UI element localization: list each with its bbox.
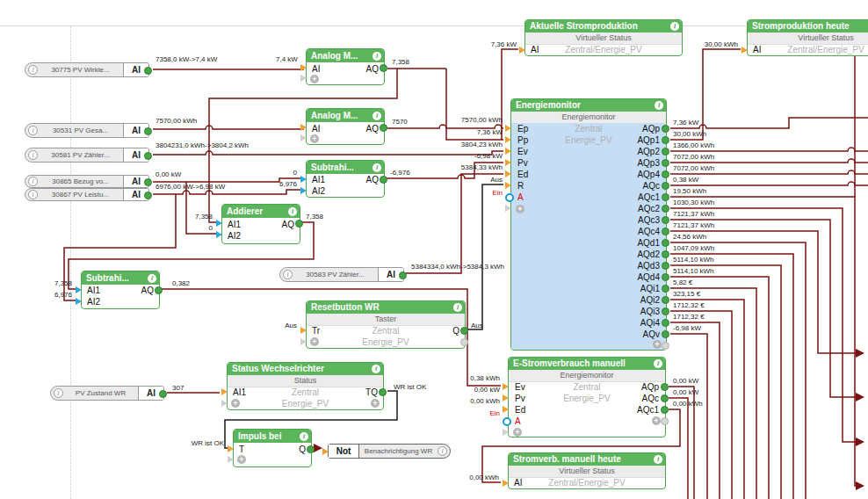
output-port[interactable] xyxy=(661,394,669,402)
output-port[interactable] xyxy=(662,239,669,247)
output-port[interactable] xyxy=(380,64,387,72)
block-status-wechselrichter[interactable]: Status Wechselrichter i Status AI1 Zentr… xyxy=(227,362,384,410)
expand-plus-icon[interactable]: + xyxy=(371,399,380,408)
unused-output-port[interactable] xyxy=(662,342,669,350)
output-port[interactable] xyxy=(144,127,152,135)
input-block-pv-leistung[interactable]: i 30867 PV Leistu... AI xyxy=(25,188,149,201)
input-port-arrow[interactable] xyxy=(503,406,509,413)
output-port[interactable] xyxy=(662,205,669,213)
block-impuls-bei[interactable]: Impuls bei i T Q + xyxy=(233,429,312,467)
output-port[interactable] xyxy=(662,285,669,293)
input-block-bezug[interactable]: i 30865 Bezug vo... AI xyxy=(25,175,149,188)
output-port[interactable] xyxy=(662,296,669,304)
input-port-arrow[interactable] xyxy=(505,136,511,143)
input-port-circle[interactable] xyxy=(505,193,514,202)
input-port-arrow[interactable] xyxy=(300,64,307,71)
block-addierer[interactable]: Addierer i AI1 AI2 AQ xyxy=(221,204,300,244)
expand-plus-icon[interactable]: + xyxy=(652,416,661,425)
block-subtrahierer-1[interactable]: Subtrahi... i AI1 AI2 AQ xyxy=(306,160,385,198)
input-port-arrow[interactable] xyxy=(216,220,222,227)
input-block-pv-wirkleistung[interactable]: i 30775 PV Wirkle... AI xyxy=(25,62,149,77)
output-port[interactable] xyxy=(662,125,669,133)
input-port-arrow[interactable] xyxy=(505,159,511,166)
unused-input-arrow[interactable] xyxy=(300,75,307,82)
output-port[interactable] xyxy=(379,388,387,396)
input-port-arrow[interactable] xyxy=(519,47,525,54)
output-port[interactable] xyxy=(662,262,669,270)
input-port-arrow[interactable] xyxy=(216,231,222,238)
input-port-arrow[interactable] xyxy=(300,187,307,194)
unused-output-port[interactable] xyxy=(661,417,669,425)
unused-input-arrow[interactable] xyxy=(228,456,234,463)
input-block-pv-zaehler2[interactable]: i 30583 PV Zähler... AI xyxy=(279,267,404,282)
block-resetbutton-wr[interactable]: Resetbutton WR i Taster Tr Zentral Q Ene… xyxy=(306,300,466,349)
input-block-pv-gesamt[interactable]: i 30531 PV Gesa... AI xyxy=(25,123,149,138)
expand-plus-icon[interactable]: + xyxy=(237,455,246,464)
info-icon[interactable]: i xyxy=(670,22,679,31)
info-icon[interactable]: i xyxy=(373,112,381,120)
input-port-arrow[interactable] xyxy=(300,327,307,334)
output-port[interactable] xyxy=(662,170,669,178)
input-port-arrow[interactable] xyxy=(76,298,82,305)
expand-plus-icon[interactable]: + xyxy=(310,337,319,346)
output-port[interactable] xyxy=(661,406,669,414)
output-port[interactable] xyxy=(380,124,387,132)
expand-plus-icon[interactable]: + xyxy=(516,205,524,213)
output-port[interactable] xyxy=(662,136,669,144)
output-port[interactable] xyxy=(144,192,152,199)
output-block-benachrichtigung-wr[interactable]: Not Benachrichtigung WR i xyxy=(328,444,451,459)
input-port-arrow[interactable] xyxy=(505,125,511,132)
output-port[interactable] xyxy=(662,319,669,327)
unused-input-arrow[interactable] xyxy=(505,205,511,212)
input-block-pv-zaehler[interactable]: i 30581 PV Zähler... AI xyxy=(25,148,149,163)
output-port[interactable] xyxy=(144,152,152,160)
input-port-arrow[interactable] xyxy=(741,47,748,54)
input-port-arrow[interactable] xyxy=(322,448,329,455)
output-port[interactable] xyxy=(662,330,669,338)
output-port[interactable] xyxy=(399,271,407,279)
output-port[interactable] xyxy=(144,67,152,75)
expand-plus-icon[interactable]: + xyxy=(310,75,319,83)
output-port[interactable] xyxy=(662,250,669,258)
input-block-pv-zustand-wr[interactable]: i PV Zustand WR AI xyxy=(50,386,164,401)
output-port[interactable] xyxy=(662,148,669,155)
input-port-arrow[interactable] xyxy=(503,480,509,487)
output-port[interactable] xyxy=(295,220,303,228)
unused-input-arrow[interactable] xyxy=(300,134,307,141)
block-stromverb-manuell-heute[interactable]: Stromverb. manuell heute i Virtueller St… xyxy=(508,452,666,489)
unused-input-arrow[interactable] xyxy=(503,429,509,436)
info-icon[interactable]: i xyxy=(373,52,381,61)
output-port[interactable] xyxy=(661,383,669,391)
info-icon[interactable]: i xyxy=(148,274,156,283)
output-port[interactable] xyxy=(662,228,669,235)
info-icon[interactable]: i xyxy=(372,365,380,373)
info-icon[interactable]: i xyxy=(654,359,662,368)
block-analog-memory-2[interactable]: Analog M... i AI AQ + xyxy=(306,108,385,145)
output-port[interactable] xyxy=(159,390,167,398)
output-port[interactable] xyxy=(662,182,669,190)
input-port-arrow[interactable] xyxy=(300,176,307,183)
input-port-arrow[interactable] xyxy=(505,182,511,189)
input-port-arrow[interactable] xyxy=(76,286,82,293)
output-port[interactable] xyxy=(662,159,669,167)
block-analog-memory-1[interactable]: Analog M... i AI AQ + xyxy=(306,48,385,85)
block-stromproduktion-heute[interactable]: Stromproduktion heute i Virtueller Statu… xyxy=(747,19,868,56)
input-port-arrow[interactable] xyxy=(300,124,307,131)
info-icon[interactable]: i xyxy=(654,455,662,464)
output-port[interactable] xyxy=(662,307,669,315)
expand-plus-icon[interactable]: + xyxy=(310,134,319,143)
output-port[interactable] xyxy=(662,273,669,281)
expand-plus-icon[interactable]: + xyxy=(513,428,522,437)
input-port-arrow[interactable] xyxy=(505,148,511,155)
unused-input-arrow[interactable] xyxy=(221,400,228,407)
block-aktuelle-stromproduktion[interactable]: Aktuelle Stromproduktion i Virtueller St… xyxy=(524,19,683,56)
expand-plus-icon[interactable]: + xyxy=(653,340,662,349)
info-icon[interactable]: i xyxy=(288,207,297,216)
info-icon[interactable]: i xyxy=(373,163,381,172)
input-port-arrow[interactable] xyxy=(228,445,234,452)
info-icon[interactable]: i xyxy=(453,303,462,312)
output-port[interactable] xyxy=(662,193,669,201)
expand-plus-icon[interactable]: + xyxy=(231,399,240,408)
input-port-arrow[interactable] xyxy=(221,388,228,395)
input-port-circle[interactable] xyxy=(503,417,511,426)
